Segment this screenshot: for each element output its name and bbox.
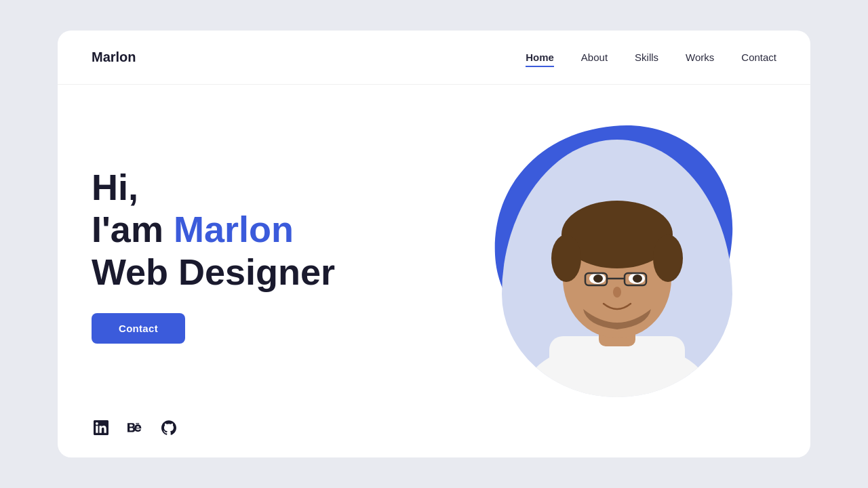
hero-name: Marlon	[174, 209, 294, 249]
nav-link-contact[interactable]: Contact	[741, 52, 776, 63]
hero-section: Hi, I'am Marlon Web Designer Contact	[58, 85, 810, 418]
hero-intro: I'am Marlon	[92, 208, 471, 250]
nav-item-contact[interactable]: Contact	[741, 52, 776, 64]
svg-point-10	[633, 274, 642, 283]
nav-link-works[interactable]: Works	[686, 52, 714, 63]
hero-intro-prefix: I'am	[92, 209, 174, 249]
social-bar	[58, 418, 810, 458]
svg-point-5	[551, 235, 581, 282]
svg-point-9	[593, 274, 603, 283]
nav-item-home[interactable]: Home	[526, 52, 554, 64]
svg-point-6	[653, 235, 683, 282]
linkedin-icon[interactable]	[92, 418, 111, 437]
github-icon[interactable]	[159, 418, 178, 437]
behance-icon[interactable]	[125, 418, 144, 437]
person-illustration	[512, 153, 722, 397]
nav-item-skills[interactable]: Skills	[635, 52, 658, 64]
hero-greeting: Hi,	[92, 166, 471, 208]
hero-text: Hi, I'am Marlon Web Designer Contact	[92, 159, 471, 343]
nav-link-skills[interactable]: Skills	[635, 52, 658, 63]
navbar: Marlon Home About Skills Works Contact	[58, 30, 810, 85]
nav-link-home[interactable]: Home	[526, 52, 554, 67]
svg-point-14	[613, 287, 621, 298]
nav-item-about[interactable]: About	[581, 52, 608, 64]
hero-title: Web Designer	[92, 251, 471, 293]
nav-link-about[interactable]: About	[581, 52, 608, 63]
hero-image-area	[471, 106, 763, 397]
contact-button[interactable]: Contact	[92, 313, 185, 344]
main-card: Marlon Home About Skills Works Contact H…	[58, 30, 810, 458]
nav-links: Home About Skills Works Contact	[526, 52, 776, 64]
nav-item-works[interactable]: Works	[686, 52, 714, 64]
brand-logo: Marlon	[92, 49, 136, 65]
